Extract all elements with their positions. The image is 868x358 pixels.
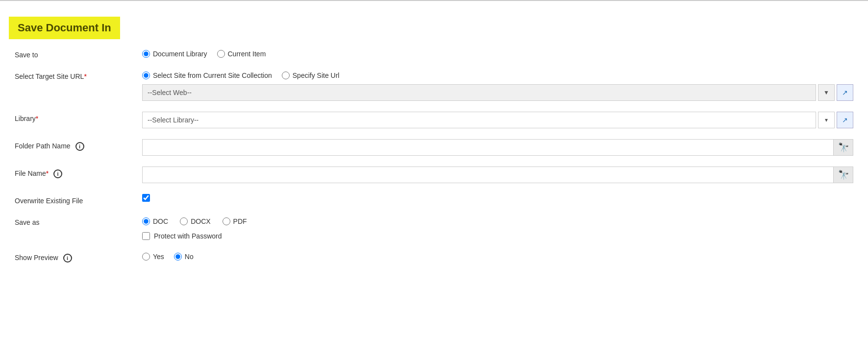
show-preview-info-icon[interactable]: i [63,254,72,263]
show-preview-row: Show Preview i Yes No [15,251,853,263]
overwrite-existing-file-label: Overwrite Existing File [15,194,142,205]
save-as-docx[interactable]: DOCX [180,217,210,225]
file-name-input[interactable] [142,167,834,183]
select-site-current-collection-radio[interactable] [142,72,150,79]
save-to-document-library[interactable]: Document Library [142,50,207,58]
show-preview-no-label: No [185,253,194,261]
library-controls: --Select Library-- ▾ ↗ [142,112,853,128]
required-asterisk: * [84,72,86,80]
protect-with-password-text: Protect with Password [154,232,222,240]
save-as-docx-radio[interactable] [180,217,188,225]
external-link-icon: ↗ [842,89,848,96]
show-preview-no-radio[interactable] [174,253,182,261]
library-required-asterisk: * [36,115,38,122]
protect-with-password-checkbox[interactable] [142,232,150,240]
save-as-controls: DOC DOCX PDF Protect with Password [142,215,853,240]
select-web-row: --Select Web-- ▼ ↗ [142,84,853,101]
page-title: Save Document In [18,22,111,34]
select-target-site-url-controls: Select Site from Current Site Collection… [142,70,853,101]
overwrite-checkbox-label[interactable] [142,194,853,202]
save-to-document-library-label: Document Library [153,50,207,58]
show-preview-yes[interactable]: Yes [142,253,164,261]
save-as-pdf[interactable]: PDF [223,217,247,225]
file-name-input-group: 🔭 [142,167,853,183]
dropdown-arrow-icon: ▼ [823,89,829,96]
library-row: Library* --Select Library-- ▾ ↗ [15,112,853,128]
save-as-row: Save as DOC DOCX PDF [15,215,853,240]
show-preview-no[interactable]: No [174,253,194,261]
show-preview-controls: Yes No [142,251,853,261]
save-to-radio-group: Document Library Current Item [142,48,853,58]
save-to-controls: Document Library Current Item [142,48,853,58]
save-to-current-item-label: Current Item [228,50,266,58]
save-to-document-library-radio[interactable] [142,50,150,58]
show-preview-radio-group: Yes No [142,251,853,261]
library-dropdown[interactable]: --Select Library-- [142,112,816,128]
library-external-link-icon: ↗ [842,116,848,124]
save-as-pdf-radio[interactable] [223,217,230,225]
folder-path-name-label: Folder Path Name i [15,139,142,151]
file-name-search-button[interactable]: 🔭 [834,167,853,183]
top-divider [0,0,868,1]
overwrite-existing-file-controls [142,194,853,202]
library-select-row: --Select Library-- ▾ ↗ [142,112,853,128]
specify-site-url[interactable]: Specify Site Url [282,72,340,79]
folder-path-name-controls: 🔭 [142,139,853,156]
file-name-controls: 🔭 [142,167,853,183]
save-as-radio-group: DOC DOCX PDF [142,215,853,225]
select-web-external-link-button[interactable]: ↗ [837,84,853,101]
save-to-label: Save to [15,48,142,59]
show-preview-yes-label: Yes [153,253,164,261]
overwrite-existing-file-row: Overwrite Existing File [15,194,853,205]
select-site-from-current-collection[interactable]: Select Site from Current Site Collection [142,72,272,79]
save-as-docx-label: DOCX [191,217,210,225]
save-to-current-item-radio[interactable] [217,50,225,58]
select-target-site-url-label: Select Target Site URL* [15,70,142,80]
library-chevron-icon: ▾ [825,117,828,123]
library-external-link-button[interactable]: ↗ [837,112,853,128]
show-preview-label: Show Preview i [15,251,142,263]
library-chevron-button[interactable]: ▾ [818,112,835,128]
file-name-label: File Name* i [15,167,142,178]
save-as-doc-label: DOC [153,217,168,225]
library-label: Library* [15,112,142,122]
select-web-dropdown[interactable]: --Select Web-- [142,84,816,101]
folder-path-input[interactable] [142,139,834,156]
save-to-current-item[interactable]: Current Item [217,50,266,58]
file-name-info-icon[interactable]: i [53,169,62,178]
specify-site-url-radio[interactable] [282,72,290,79]
overwrite-existing-file-checkbox[interactable] [142,194,150,202]
folder-path-search-icon: 🔭 [838,142,849,153]
folder-path-info-icon[interactable]: i [75,142,84,151]
page-wrapper: Save Document In Save to Document Librar… [0,0,868,358]
file-name-search-icon: 🔭 [838,169,849,180]
folder-path-name-row: Folder Path Name i 🔭 [15,139,853,156]
site-url-radio-group: Select Site from Current Site Collection… [142,70,853,79]
specify-site-url-label: Specify Site Url [293,72,340,79]
save-to-row: Save to Document Library Current Item [15,48,853,59]
protect-with-password-row: Protect with Password [142,232,853,240]
select-web-dropdown-arrow[interactable]: ▼ [818,84,835,101]
save-as-label: Save as [15,215,142,226]
form-container: Save to Document Library Current Item Se… [0,48,868,288]
save-as-pdf-label: PDF [233,217,247,225]
select-target-site-url-row: Select Target Site URL* Select Site from… [15,70,853,101]
save-as-doc[interactable]: DOC [142,217,168,225]
select-site-current-collection-label: Select Site from Current Site Collection [153,72,272,79]
title-bar: Save Document In [9,17,120,39]
file-name-row: File Name* i 🔭 [15,167,853,183]
file-name-required-asterisk: * [46,169,49,177]
folder-path-search-button[interactable]: 🔭 [834,139,853,156]
protect-with-password-label[interactable]: Protect with Password [142,232,853,240]
folder-path-input-group: 🔭 [142,139,853,156]
show-preview-yes-radio[interactable] [142,253,150,261]
save-as-doc-radio[interactable] [142,217,150,225]
